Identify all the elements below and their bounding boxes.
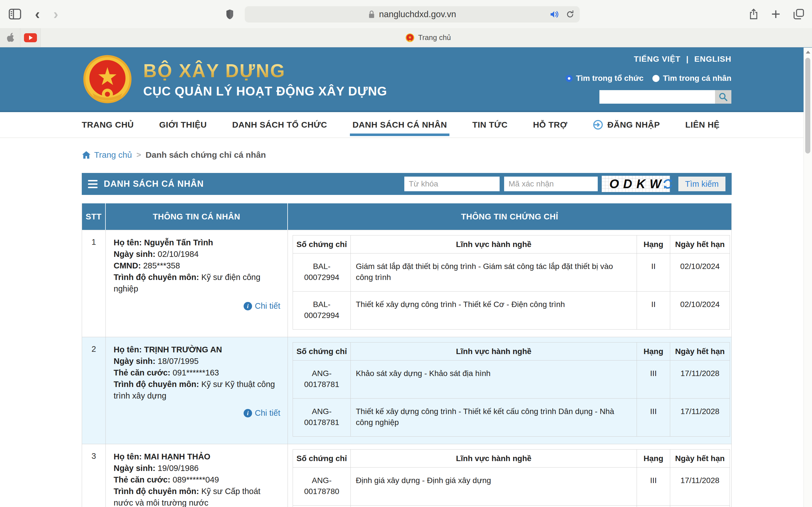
- radio-selected-icon: [566, 75, 573, 82]
- table-row: 1 Họ tên: Nguyễn Tấn Trình Ngày sinh: 02…: [82, 230, 731, 337]
- results-table: STT THÔNG TIN CÁ NHÂN THÔNG TIN CHỨNG CH…: [82, 203, 732, 507]
- back-button[interactable]: ‹: [35, 7, 40, 21]
- page-scrollbar[interactable]: [804, 48, 812, 507]
- vietnam-emblem-favicon: [405, 33, 414, 42]
- detail-link[interactable]: i Chi tiết: [114, 300, 280, 312]
- header-search-button[interactable]: [715, 90, 731, 104]
- audio-playing-icon[interactable]: [550, 10, 559, 18]
- vietnam-emblem-icon: [82, 54, 133, 104]
- breadcrumb-separator: >: [137, 151, 141, 159]
- search-button[interactable]: Tìm kiếm: [678, 177, 725, 191]
- captcha-input[interactable]: [504, 177, 598, 191]
- breadcrumb-current: Danh sách chứng chỉ cá nhân: [146, 150, 266, 160]
- col-stt: STT: [82, 203, 106, 230]
- lock-icon: [368, 10, 375, 19]
- results-table-header: STT THÔNG TIN CÁ NHÂN THÔNG TIN CHỨNG CH…: [82, 203, 731, 230]
- org-subtitle: CỤC QUẢN LÝ HOẠT ĐỘNG XÂY DỰNG: [143, 84, 387, 98]
- certificate-row: BAL-00072994Thiết kế xây dựng công trình…: [293, 291, 730, 330]
- keyword-input[interactable]: [404, 177, 500, 191]
- captcha-image: ODKW: [602, 176, 670, 192]
- listing-toolbar: DANH SÁCH CÁ NHÂN ODKW Tìm kiếm: [82, 173, 732, 195]
- magnifier-icon: [718, 92, 728, 102]
- nav-danh-sach-ca-nhan[interactable]: DANH SÁCH CÁ NHÂN: [340, 112, 460, 137]
- reload-icon[interactable]: [566, 10, 574, 19]
- detail-link[interactable]: i Chi tiết: [114, 407, 280, 419]
- nav-gioi-thieu[interactable]: GIỚI THIỆU: [147, 112, 220, 137]
- apple-icon: [6, 33, 14, 43]
- radio-unselected-icon: [652, 75, 659, 82]
- bookmark-label: Trang chủ: [418, 33, 451, 42]
- info-icon: i: [244, 302, 252, 311]
- site-header: BỘ XÂY DỰNG CỤC QUẢN LÝ HOẠT ĐỘNG XÂY DỰ…: [0, 47, 812, 112]
- browser-toolbar: ‹ › nangluchdxd.gov.vn +: [0, 0, 812, 28]
- url-text: nangluchdxd.gov.vn: [379, 9, 456, 19]
- certificate-row: BAL-00072994Giám sát lắp đặt thiết bị cô…: [293, 253, 730, 291]
- nav-dang-nhap[interactable]: ĐĂNG NHẬP: [580, 112, 672, 137]
- row-index: 3: [82, 444, 106, 507]
- person-info-cell: Họ tên: TRỊNH TRƯỜNG AN Ngày sinh: 18/07…: [106, 337, 288, 444]
- main-nav: TRANG CHỦ GIỚI THIỆU DANH SÁCH TỔ CHỨC D…: [0, 112, 812, 138]
- table-row: 2 Họ tên: TRỊNH TRƯỜNG AN Ngày sinh: 18/…: [82, 337, 731, 444]
- home-icon: [82, 151, 91, 159]
- certificate-row: ANG-00178780Quản lý dự án đầu tư xây dựn…: [293, 506, 730, 507]
- captcha-text: ODKW: [606, 177, 665, 191]
- nav-tin-tuc[interactable]: TIN TỨC: [460, 112, 520, 137]
- sidebar-toggle-icon[interactable]: [8, 8, 21, 20]
- radio-search-individual[interactable]: Tìm trong cá nhân: [652, 74, 731, 83]
- menu-icon[interactable]: [88, 180, 98, 188]
- table-row: 3 Họ tên: MAI HẠNH THẢO Ngày sinh: 19/09…: [82, 444, 731, 507]
- forward-button[interactable]: ›: [53, 7, 58, 21]
- captcha-refresh-icon[interactable]: [661, 177, 674, 190]
- certificates-cell: Số chứng chỉLĩnh vực hành nghề HạngNgày …: [288, 444, 731, 507]
- lang-vietnamese[interactable]: TIẾNG VIỆT: [634, 55, 680, 64]
- privacy-shield-icon[interactable]: [225, 9, 234, 20]
- bookmark-trang-chu[interactable]: Trang chủ: [405, 28, 451, 47]
- new-tab-icon[interactable]: +: [771, 6, 780, 22]
- lang-english[interactable]: ENGLISH: [695, 55, 731, 64]
- scrollbar-thumb[interactable]: [805, 58, 810, 154]
- nav-lien-he[interactable]: LIÊN HỆ: [672, 112, 732, 137]
- address-bar[interactable]: nangluchdxd.gov.vn: [245, 6, 580, 22]
- person-info-cell: Họ tên: MAI HẠNH THẢO Ngày sinh: 19/09/1…: [106, 444, 288, 507]
- breadcrumb-home-link[interactable]: Trang chủ: [82, 150, 132, 160]
- certificates-cell: Số chứng chỉLĩnh vực hành nghề HạngNgày …: [288, 337, 731, 444]
- person-info-cell: Họ tên: Nguyễn Tấn Trình Ngày sinh: 02/1…: [106, 230, 288, 337]
- nav-trang-chu[interactable]: TRANG CHỦ: [82, 112, 147, 137]
- share-icon[interactable]: [749, 8, 759, 20]
- bookmark-youtube[interactable]: [20, 28, 41, 47]
- info-icon: i: [244, 409, 252, 417]
- certificates-cell: Số chứng chỉLĩnh vực hành nghề HạngNgày …: [288, 230, 731, 337]
- header-search-input[interactable]: [599, 90, 715, 104]
- certificate-row: ANG-00178781Khảo sát xây dựng - Khảo sát…: [293, 360, 730, 399]
- tab-overview-icon[interactable]: [793, 8, 805, 20]
- bookmark-apple[interactable]: [0, 28, 20, 47]
- certificate-row: ANG-00178781Thiết kế xây dựng công trình…: [293, 399, 730, 437]
- scrollbar-up-arrow[interactable]: [804, 48, 812, 57]
- youtube-icon: [24, 33, 37, 42]
- certificate-row: ANG-00178780Định giá xây dựng - Định giá…: [293, 467, 730, 506]
- search-scope-radios: Tìm trong tổ chức Tìm trong cá nhân: [566, 74, 731, 83]
- listing-title: DANH SÁCH CÁ NHÂN: [104, 179, 204, 189]
- nav-danh-sach-to-chuc[interactable]: DANH SÁCH TỔ CHỨC: [219, 112, 340, 137]
- org-title: BỘ XÂY DỰNG: [143, 60, 387, 81]
- nav-ho-tro[interactable]: HỖ TRỢ: [520, 112, 580, 137]
- col-certificate-info: THÔNG TIN CHỨNG CHỈ: [288, 203, 731, 230]
- col-personal-info: THÔNG TIN CÁ NHÂN: [106, 203, 288, 230]
- language-switcher: TIẾNG VIỆT | ENGLISH: [566, 55, 731, 64]
- lang-separator: |: [686, 55, 689, 64]
- radio-search-organization[interactable]: Tìm trong tổ chức: [566, 74, 644, 83]
- login-icon: [593, 119, 603, 130]
- breadcrumb: Trang chủ > Danh sách chứng chỉ cá nhân: [82, 149, 732, 161]
- site-logo[interactable]: BỘ XÂY DỰNG CỤC QUẢN LÝ HOẠT ĐỘNG XÂY DỰ…: [82, 54, 387, 104]
- favorites-bar: Trang chủ: [0, 28, 812, 47]
- row-index: 1: [82, 230, 106, 337]
- row-index: 2: [82, 337, 106, 444]
